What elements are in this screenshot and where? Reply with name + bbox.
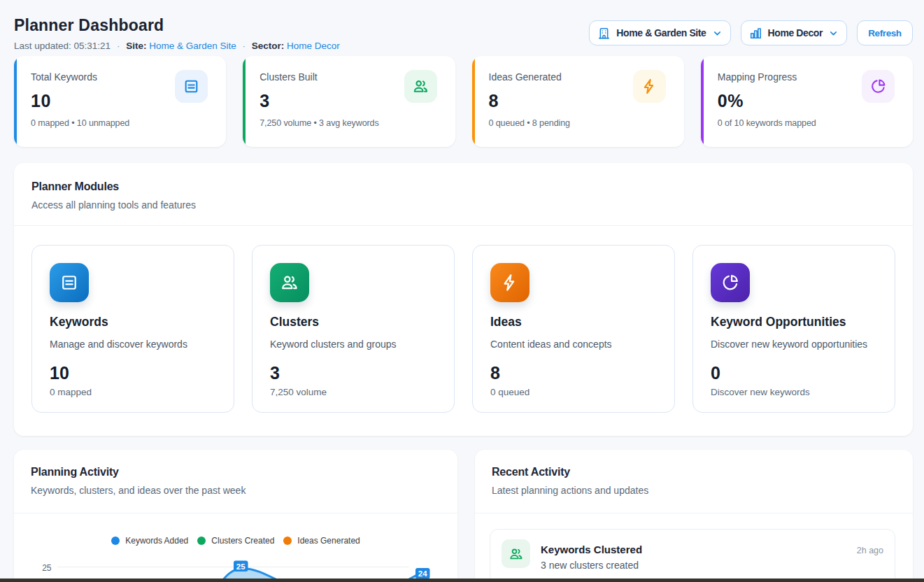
svg-text:24: 24	[418, 569, 427, 578]
svg-text:25: 25	[236, 562, 246, 571]
svg-text:25: 25	[42, 563, 52, 573]
